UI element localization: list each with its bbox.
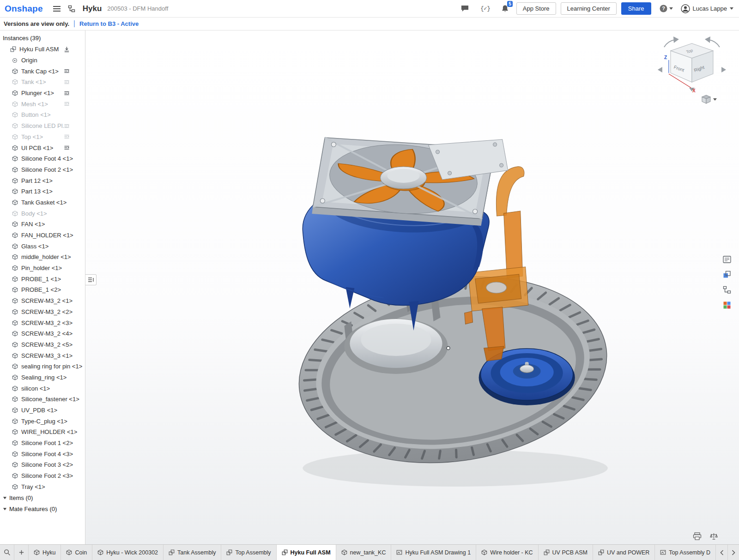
instance-row[interactable]: Body <1> (0, 208, 85, 219)
instance-row[interactable]: Tray <1> (0, 482, 85, 493)
instance-row[interactable]: Tank Cap <1> (0, 66, 85, 77)
notifications-icon[interactable]: 5 (502, 5, 509, 12)
document-tab[interactable]: new_tank_KC (336, 545, 392, 560)
main-menu-icon[interactable] (53, 6, 61, 12)
instance-row[interactable]: SCREW-M3_2 <4> (0, 328, 85, 339)
document-tab[interactable]: Tank Assembly (164, 545, 221, 560)
instance-row[interactable]: WIRE_HOLDER <1> (0, 427, 85, 438)
instance-row[interactable]: Silicone Foot 4 <3> (0, 448, 85, 459)
instance-row[interactable]: PROBE_1 <2> (0, 284, 85, 295)
instance-label: Silicone Foot 2 <3> (21, 472, 73, 479)
instance-row[interactable]: FAN <1> (0, 219, 85, 230)
document-tab[interactable]: Hyku (29, 545, 61, 560)
fan-assembly[interactable] (312, 138, 508, 226)
document-tab[interactable]: Wire holder - KC (476, 545, 538, 560)
document-tab[interactable]: UV PCB ASM (539, 545, 593, 560)
instance-row[interactable]: Mesh <1> (0, 98, 85, 109)
instance-row[interactable]: Glass <1> (0, 241, 85, 252)
onshape-logo[interactable]: Onshape (5, 4, 43, 14)
instance-row[interactable]: UI PCB <1> (0, 142, 85, 153)
instance-row[interactable]: SCREW-M3_2 <3> (0, 317, 85, 328)
instance-row[interactable]: Silicone Foot 3 <2> (0, 459, 85, 470)
print-icon[interactable] (692, 531, 702, 541)
document-tab[interactable]: Hyku - Wick 200302 (92, 545, 164, 560)
instance-label: middle_holder <1> (21, 253, 71, 260)
origin-row[interactable]: Origin (0, 55, 85, 66)
versions-graph-icon[interactable] (67, 5, 76, 12)
document-tab[interactable]: Top Assembly D (655, 545, 715, 560)
instance-row[interactable]: SCREW-M3_2 <5> (0, 339, 85, 350)
instance-row[interactable]: Tank <1> (0, 77, 85, 88)
instance-row[interactable]: sealing ring for pin <1> (0, 361, 85, 372)
help-menu[interactable]: ? (659, 4, 673, 13)
instance-row[interactable]: SCREW-M3_3 <1> (0, 350, 85, 361)
section-view-icon[interactable] (721, 269, 733, 280)
featurescript-icon[interactable]: {✓} (480, 5, 491, 12)
instance-row[interactable]: Silicone Foot 2 <3> (0, 470, 85, 482)
rotate-left-arrow[interactable] (658, 67, 662, 72)
instance-row[interactable]: Tank Gasket <1> (0, 197, 85, 208)
instance-row[interactable]: Part 13 <1> (0, 186, 85, 197)
instance-row[interactable]: Part 12 <1> (0, 175, 85, 186)
instance-row[interactable]: silicon <1> (0, 383, 85, 394)
user-menu[interactable]: Lucas Lappe (681, 4, 733, 13)
pump-platform[interactable] (344, 319, 448, 374)
instance-row[interactable]: middle_holder <1> (0, 252, 85, 263)
instance-row[interactable]: Button <1> (0, 109, 85, 120)
instance-row[interactable]: SCREW-M3_2 <2> (0, 307, 85, 318)
model-viewport[interactable]: Top Front Right Z X (85, 30, 739, 544)
scroll-tabs-left-button[interactable] (716, 545, 727, 560)
instance-row[interactable]: FAN_HOLDER <1> (0, 230, 85, 241)
mate-features-section-header[interactable]: Mate Features (0) (0, 503, 85, 514)
appearance-panel-icon[interactable] (721, 300, 733, 311)
rotate-right-arrow[interactable] (721, 67, 726, 72)
document-tab[interactable]: Hyku Full ASM Drawing 1 (391, 545, 476, 560)
insert-update-icon[interactable] (64, 46, 70, 52)
instance-row[interactable]: Sealing_ring <1> (0, 372, 85, 383)
part-icon (12, 396, 18, 402)
instance-row[interactable]: Type-C_plug <1> (0, 415, 85, 427)
hierarchy-panel-icon[interactable] (721, 284, 733, 295)
part-icon (12, 221, 18, 227)
instance-label: SCREW-M3_2 <3> (21, 319, 73, 326)
bom-table-icon[interactable] (721, 254, 733, 265)
instance-label: Silicone Foot 3 <2> (21, 461, 73, 468)
document-tab[interactable]: Top Assembly (221, 545, 276, 560)
return-to-active-link[interactable]: Return to B3 - Active (79, 20, 139, 27)
view-cube-menu[interactable] (702, 95, 717, 103)
panel-collapse-handle[interactable] (85, 274, 97, 285)
chevron-left-icon (720, 550, 724, 555)
instance-row[interactable]: Silicone Foot 1 <2> (0, 438, 85, 449)
document-tab[interactable]: Hyku Full ASM (277, 545, 336, 560)
document-tab[interactable]: Coin (61, 545, 92, 560)
instance-row[interactable]: Pin_holder <1> (0, 263, 85, 274)
model-canvas[interactable]: Top Front Right Z X (85, 30, 739, 544)
share-button[interactable]: Share (621, 2, 651, 15)
instance-row[interactable]: Silicone LED Pl... (0, 120, 85, 132)
search-tabs-button[interactable] (0, 545, 14, 560)
add-tab-button[interactable] (14, 545, 29, 560)
instance-label: Silicone Foot 1 <2> (21, 440, 73, 446)
instance-row[interactable]: PROBE_1 <1> (0, 273, 85, 284)
instance-row[interactable]: Top <1> (0, 132, 85, 143)
search-icon (4, 549, 11, 556)
learning-center-button[interactable]: Learning Center (561, 2, 617, 15)
chevron-right-icon (732, 550, 735, 555)
instance-row[interactable]: SCREW-M3_2 <1> (0, 295, 85, 307)
document-tab[interactable]: UV and POWER (593, 545, 655, 560)
mass-properties-icon[interactable] (709, 531, 719, 541)
app-store-button[interactable]: App Store (516, 2, 556, 15)
instance-row[interactable]: Silicone Foot 2 <1> (0, 164, 85, 175)
instance-row[interactable]: Plunger <1> (0, 88, 85, 99)
instance-row[interactable]: Silicone_fastener <1> (0, 394, 85, 405)
topbar: Onshape Hyku 200503 - DFM Handoff {✓} 5 … (0, 0, 739, 18)
comments-icon[interactable] (460, 5, 469, 12)
items-section-header[interactable]: Items (0) (0, 492, 85, 503)
tab-scroll-controls (715, 545, 739, 560)
chevron-down-icon (3, 507, 7, 511)
root-assembly-row[interactable]: Hyku Full ASM (0, 44, 85, 55)
instance-row[interactable]: UV_PDB <1> (0, 405, 85, 416)
scroll-tabs-right-button[interactable] (727, 545, 739, 560)
instance-row[interactable]: Silicone Foot 4 <1> (0, 153, 85, 164)
view-cube[interactable]: Top Front Right Z X (658, 36, 726, 103)
